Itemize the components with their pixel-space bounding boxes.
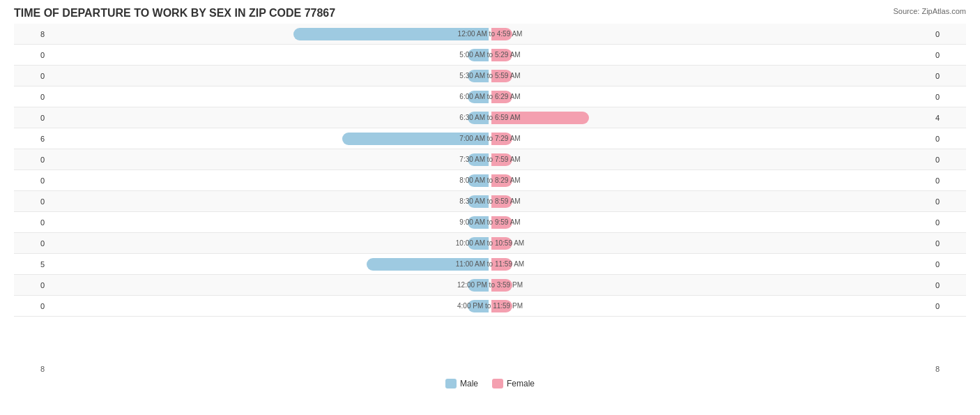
axis-row: 8 8: [14, 362, 966, 376]
chart-row: 05:00 AM to 5:29 AM0: [14, 45, 966, 66]
bars-center: 12:00 AM to 4:59 AM: [49, 24, 931, 44]
bars-center: 8:30 AM to 8:59 AM: [49, 191, 931, 211]
chart-row: 08:30 AM to 8:59 AM0: [14, 191, 966, 212]
right-value: 0: [931, 260, 966, 269]
female-swatch: [492, 379, 503, 388]
chart-row: 05:30 AM to 5:59 AM0: [14, 66, 966, 86]
bar-right-container: [490, 191, 931, 211]
bar-right-container: [490, 233, 931, 253]
bars-center: 12:00 PM to 3:59 PM: [49, 275, 931, 295]
legend: Male Female: [14, 379, 966, 388]
right-value: 4: [931, 114, 966, 122]
bar-right-container: [490, 86, 931, 107]
chart-row: 010:00 AM to 10:59 AM0: [14, 233, 966, 254]
bar-left-container: [49, 191, 490, 211]
bar-left-container: [49, 212, 490, 232]
bar-right-container: [490, 212, 931, 232]
time-label: 7:00 AM to 7:29 AM: [459, 135, 520, 142]
chart-row: 06:30 AM to 6:59 AM4: [14, 107, 966, 128]
bars-center: 7:00 AM to 7:29 AM: [49, 128, 931, 149]
bar-left-container: [49, 233, 490, 253]
bar-right-container: [490, 107, 931, 128]
right-value: 0: [931, 281, 966, 289]
bar-left-container: [49, 170, 490, 190]
chart-container: TIME OF DEPARTURE TO WORK BY SEX IN ZIP …: [0, 0, 980, 415]
bar-left-container: [49, 66, 490, 86]
bar-left-container: [49, 107, 490, 128]
bars-center: 4:00 PM to 11:59 PM: [49, 296, 931, 316]
left-value: 0: [14, 51, 49, 59]
source-label: Source: ZipAtlas.com: [893, 7, 966, 15]
bars-center: 7:30 AM to 7:59 AM: [49, 149, 931, 169]
bars-center: 8:00 AM to 8:29 AM: [49, 170, 931, 190]
chart-row: 012:00 PM to 3:59 PM0: [14, 275, 966, 296]
axis-left: 8: [14, 365, 49, 373]
bar-left-container: [49, 86, 490, 107]
bar-right-container: [490, 296, 931, 316]
time-label: 8:30 AM to 8:59 AM: [459, 197, 520, 205]
chart-row: 67:00 AM to 7:29 AM0: [14, 128, 966, 149]
left-value: 0: [14, 302, 49, 310]
chart-row: 07:30 AM to 7:59 AM0: [14, 149, 966, 170]
time-label: 8:00 AM to 8:29 AM: [459, 176, 520, 184]
time-label: 12:00 AM to 4:59 AM: [458, 30, 523, 38]
legend-male: Male: [445, 379, 478, 388]
time-label: 7:30 AM to 7:59 AM: [459, 156, 520, 163]
bar-right-container: [490, 45, 931, 65]
time-label: 6:30 AM to 6:59 AM: [459, 114, 520, 121]
legend-female: Female: [492, 379, 535, 388]
time-label: 10:00 AM to 10:59 AM: [456, 239, 524, 247]
axis-right: 8: [931, 365, 966, 373]
bar-right-container: [490, 170, 931, 190]
bars-center: 5:00 AM to 5:29 AM: [49, 45, 931, 65]
time-label: 6:00 AM to 6:29 AM: [459, 93, 520, 100]
right-value: 0: [931, 176, 966, 185]
bars-center: 11:00 AM to 11:59 AM: [49, 254, 931, 274]
chart-row: 09:00 AM to 9:59 AM0: [14, 212, 966, 233]
bar-right-container: [490, 254, 931, 274]
male-swatch: [445, 379, 457, 388]
bar-left-container: [49, 254, 490, 274]
chart-area: 812:00 AM to 4:59 AM005:00 AM to 5:29 AM…: [14, 24, 966, 362]
bar-left-container: [49, 296, 490, 316]
right-value: 0: [931, 156, 966, 164]
left-value: 0: [14, 176, 49, 185]
right-value: 0: [931, 30, 966, 38]
time-label: 4:00 PM to 11:59 PM: [457, 302, 523, 310]
bar-right-container: [490, 66, 931, 86]
bars-center: 10:00 AM to 10:59 AM: [49, 233, 931, 253]
bar-left-container: [49, 275, 490, 295]
left-value: 0: [14, 72, 49, 80]
time-label: 11:00 AM to 11:59 AM: [456, 260, 524, 268]
chart-row: 511:00 AM to 11:59 AM0: [14, 254, 966, 275]
chart-row: 08:00 AM to 8:29 AM0: [14, 170, 966, 191]
chart-row: 04:00 PM to 11:59 PM0: [14, 296, 966, 317]
left-value: 6: [14, 135, 49, 143]
left-value: 5: [14, 260, 49, 269]
bars-center: 5:30 AM to 5:59 AM: [49, 66, 931, 86]
bar-left-container: [49, 149, 490, 169]
right-value: 0: [931, 93, 966, 101]
bar-right-container: [490, 128, 931, 149]
bars-center: 9:00 AM to 9:59 AM: [49, 212, 931, 232]
left-value: 0: [14, 197, 49, 206]
left-value: 8: [14, 30, 49, 38]
left-value: 0: [14, 114, 49, 122]
time-label: 5:00 AM to 5:29 AM: [459, 51, 520, 59]
chart-row: 812:00 AM to 4:59 AM0: [14, 24, 966, 45]
right-value: 0: [931, 72, 966, 80]
left-value: 0: [14, 239, 49, 248]
time-label: 9:00 AM to 9:59 AM: [459, 218, 520, 226]
left-value: 0: [14, 93, 49, 101]
left-value: 0: [14, 218, 49, 227]
right-value: 0: [931, 197, 966, 206]
bar-right-container: [490, 24, 931, 44]
bar-left-container: [49, 45, 490, 65]
right-value: 0: [931, 218, 966, 227]
bar-right-container: [490, 275, 931, 295]
male-label: Male: [460, 379, 478, 388]
bar-left-container: [49, 128, 490, 149]
left-value: 0: [14, 281, 49, 289]
time-label: 5:30 AM to 5:59 AM: [459, 72, 520, 80]
female-label: Female: [507, 379, 535, 388]
